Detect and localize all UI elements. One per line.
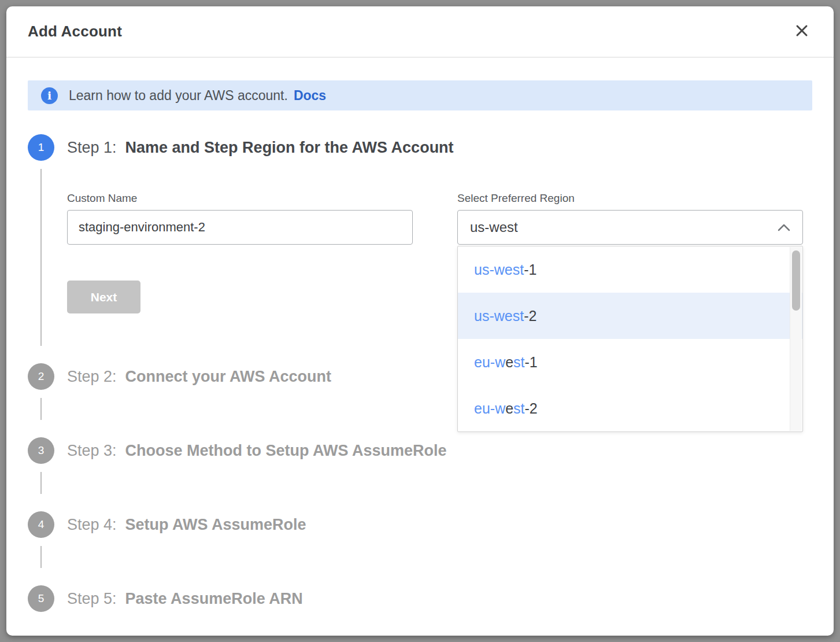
step-indicator-4: 4 <box>28 511 54 538</box>
dialog-header: Add Account <box>6 6 834 58</box>
step-rail-3: 3 <box>28 437 54 511</box>
close-icon <box>795 24 809 39</box>
region-label: Select Preferred Region <box>457 192 803 205</box>
listbox-scrollbar[interactable] <box>790 247 802 431</box>
info-banner: i Learn how to add your AWS account. Doc… <box>28 80 812 110</box>
custom-name-label: Custom Name <box>67 192 413 205</box>
step-connector <box>40 398 42 420</box>
step-5-heading: Step 5: Paste AssumeRole ARN <box>67 585 812 612</box>
step-1-prefix: Step 1: <box>67 134 117 161</box>
step-indicator-3: 3 <box>28 437 54 464</box>
step-indicator-2: 2 <box>28 363 54 390</box>
step-4-title: Setup AWS AssumeRole <box>125 511 306 538</box>
option-text: st <box>513 400 524 417</box>
custom-name-input[interactable] <box>67 210 413 245</box>
option-text: -2 <box>525 400 538 417</box>
step-1-heading: Step 1: Name and Step Region for the AWS… <box>67 134 812 161</box>
option-text: eu-w <box>474 400 505 417</box>
step-3-title: Choose Method to Setup AWS AssumeRole <box>125 437 447 464</box>
option-text: -1 <box>525 354 538 371</box>
step-connector <box>40 169 42 346</box>
step-rail-5: 5 <box>28 585 54 636</box>
step-1-form: Custom Name Next Select Preferred Region <box>67 192 812 363</box>
step-row-5: 5 Step 5: Paste AssumeRole ARN <box>28 585 812 636</box>
info-banner-text: Learn how to add your AWS account. <box>69 88 288 104</box>
option-text: us-west <box>474 308 524 324</box>
close-button[interactable] <box>791 21 812 42</box>
region-option-us-west-2[interactable]: us-west-2 <box>458 293 802 339</box>
add-account-dialog: Add Account i Learn how to add your AWS … <box>6 6 834 636</box>
step-indicator-1: 1 <box>28 134 54 161</box>
custom-name-column: Custom Name Next <box>67 192 413 313</box>
step-connector <box>40 472 42 494</box>
region-combobox[interactable] <box>457 210 803 245</box>
option-text: us-west <box>474 261 524 278</box>
region-listbox: us-west-1 us-west-2 eu-west-1 eu-west-2 <box>457 246 803 432</box>
dialog-title: Add Account <box>28 23 122 40</box>
step-4-prefix: Step 4: <box>67 511 117 538</box>
step-row-1: 1 Step 1: Name and Step Region for the A… <box>28 134 812 363</box>
region-column: Select Preferred Region <box>457 192 803 313</box>
region-option-us-west-1[interactable]: us-west-1 <box>458 246 802 293</box>
step-indicator-5: 5 <box>28 585 54 612</box>
step-rail-2: 2 <box>28 363 54 437</box>
chevron-up-icon <box>778 224 790 231</box>
step-1-title: Name and Step Region for the AWS Account <box>125 134 454 161</box>
option-text: e <box>505 354 513 371</box>
docs-link[interactable]: Docs <box>294 88 326 104</box>
step-5-title: Paste AssumeRole ARN <box>125 585 303 612</box>
step-rail-4: 4 <box>28 511 54 585</box>
scrollbar-thumb[interactable] <box>792 250 800 311</box>
step-rail-1: 1 <box>28 134 54 363</box>
region-option-eu-west-1[interactable]: eu-west-1 <box>458 339 802 385</box>
option-text: eu-w <box>474 354 505 371</box>
step-2-prefix: Step 2: <box>67 363 117 390</box>
step-connector <box>40 546 42 568</box>
step-row-4: 4 Step 4: Setup AWS AssumeRole <box>28 511 812 585</box>
region-filter-input[interactable] <box>470 219 778 235</box>
option-text: e <box>505 400 513 417</box>
step-5-prefix: Step 5: <box>67 585 117 612</box>
region-option-eu-west-2[interactable]: eu-west-2 <box>458 385 802 431</box>
step-2-title: Connect your AWS Account <box>125 363 332 390</box>
step-3-prefix: Step 3: <box>67 437 117 464</box>
step-4-heading: Step 4: Setup AWS AssumeRole <box>67 511 812 538</box>
step-row-3: 3 Step 3: Choose Method to Setup AWS Ass… <box>28 437 812 511</box>
next-button[interactable]: Next <box>67 281 140 313</box>
info-icon: i <box>41 87 58 104</box>
option-text: -2 <box>524 308 536 324</box>
option-text: -1 <box>524 261 536 278</box>
dialog-body: i Learn how to add your AWS account. Doc… <box>6 58 834 636</box>
option-text: st <box>513 354 524 371</box>
step-3-heading: Step 3: Choose Method to Setup AWS Assum… <box>67 437 812 464</box>
